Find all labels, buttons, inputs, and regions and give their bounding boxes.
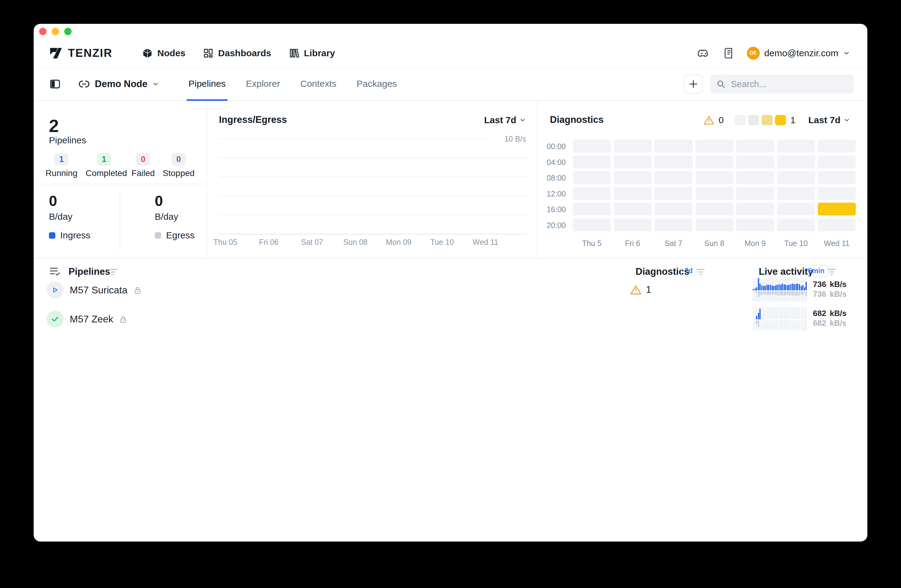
pipeline-row[interactable]: M57 Zeek682kB/s682kB/s <box>34 305 867 333</box>
heatmap-cell[interactable] <box>614 203 652 215</box>
heatmap-cell[interactable] <box>573 156 611 168</box>
avatar: DE <box>747 47 760 60</box>
heatmap-cell[interactable] <box>695 203 733 215</box>
heatmap-cell[interactable] <box>614 171 652 184</box>
filter-icon[interactable] <box>827 268 837 277</box>
heatmap-cell[interactable] <box>614 219 652 231</box>
tab-pipelines[interactable]: Pipelines <box>187 68 228 101</box>
heatmap-cell[interactable] <box>818 140 856 152</box>
search-icon <box>716 79 725 89</box>
heatmap-cell[interactable] <box>614 140 652 152</box>
heatmap-cell[interactable] <box>655 171 692 184</box>
heatmap-cell[interactable] <box>655 140 692 152</box>
heatmap-cell[interactable] <box>777 140 815 152</box>
minimize-window-button[interactable] <box>52 28 59 35</box>
heatmap-cell[interactable] <box>573 140 611 152</box>
heatmap-cell[interactable] <box>818 203 856 215</box>
nav-item-dashboards[interactable]: Dashboards <box>203 47 271 59</box>
heatmap-cell[interactable] <box>777 187 815 200</box>
heatmap-cell[interactable] <box>573 219 611 231</box>
nav-item-label: Dashboards <box>218 48 271 58</box>
sparkline-egress <box>753 320 808 331</box>
ingress-legend-label: Ingress <box>60 230 90 241</box>
tenzir-logo[interactable]: TENZIR <box>49 47 112 60</box>
pipelines-total-label: Pipelines <box>49 135 86 145</box>
heatmap-cell[interactable] <box>818 187 856 200</box>
chart-x-axis <box>219 234 527 235</box>
chart-gridline <box>219 176 527 177</box>
status-count-label: Failed <box>125 168 162 178</box>
chevron-down-icon <box>843 50 850 57</box>
top-navigation-row: TENZIR NodesDashboardsLibrary DE demo@te… <box>49 40 850 67</box>
filter-icon[interactable] <box>108 268 118 277</box>
tab-packages[interactable]: Packages <box>355 68 399 101</box>
tab-explorer[interactable]: Explorer <box>244 68 282 101</box>
heatmap-cell[interactable] <box>818 171 856 184</box>
close-window-button[interactable] <box>39 28 47 35</box>
egress-legend-label: Egress <box>166 230 195 241</box>
heatmap-cell[interactable] <box>695 171 733 184</box>
heatmap-cell[interactable] <box>736 171 774 184</box>
heatmap-cell[interactable] <box>655 156 692 168</box>
chart-title: Ingress/Egress <box>219 114 287 125</box>
heatmap-cell[interactable] <box>695 140 733 152</box>
heatmap-cell[interactable] <box>695 187 733 200</box>
heatmap-cell[interactable] <box>695 219 733 231</box>
node-selector[interactable]: Demo Node <box>78 79 159 90</box>
nav-item-label: Nodes <box>157 48 186 58</box>
heatmap-cell[interactable] <box>777 156 815 168</box>
heatmap-cell[interactable] <box>777 203 815 215</box>
heatmap-time-label: 08:00 <box>543 174 566 182</box>
nav-items: NodesDashboardsLibrary <box>142 47 335 59</box>
discord-icon[interactable] <box>697 48 710 58</box>
status-count-value: 0 <box>171 153 186 166</box>
rate-unit: kB/s <box>830 279 846 289</box>
chart-range-selector[interactable]: Last 7d <box>484 115 526 125</box>
heatmap-cell[interactable] <box>818 156 856 168</box>
heatmap-cell[interactable] <box>655 219 692 231</box>
add-pipeline-button[interactable] <box>684 75 703 93</box>
heatmap-cell[interactable] <box>573 187 611 200</box>
heatmap-cell[interactable] <box>695 156 733 168</box>
heatmap-cell[interactable] <box>736 140 774 152</box>
tab-contexts[interactable]: Contexts <box>298 68 338 101</box>
zoom-window-button[interactable] <box>64 28 72 35</box>
check-icon <box>50 314 60 324</box>
live-activity-window-badge[interactable]: 5min <box>804 265 828 277</box>
heatmap-cell[interactable] <box>573 171 611 184</box>
status-count-label: Completed <box>86 168 122 178</box>
divider <box>34 184 207 184</box>
heatmap-scale-swatch <box>748 115 759 125</box>
nav-item-nodes[interactable]: Nodes <box>142 47 186 59</box>
heatmap-cell[interactable] <box>736 219 774 231</box>
heatmap-cell[interactable] <box>614 187 652 200</box>
heatmap-cell[interactable] <box>736 187 774 200</box>
diagnostics-window-badge[interactable]: 7d <box>681 265 697 277</box>
nav-item-library[interactable]: Library <box>289 47 335 59</box>
pipeline-row[interactable]: M57 Suricata1736kB/s736kB/s <box>34 276 867 304</box>
heatmap-cell[interactable] <box>655 203 692 215</box>
docs-icon[interactable] <box>723 47 734 59</box>
heatmap-scale <box>735 115 786 125</box>
filter-icon[interactable] <box>695 268 706 277</box>
heatmap-cell[interactable] <box>777 219 815 231</box>
heatmap-cell[interactable] <box>777 171 815 184</box>
status-count-value: 1 <box>97 153 111 166</box>
heatmap-cell[interactable] <box>736 156 774 168</box>
diagnostics-range-selector[interactable]: Last 7d <box>808 115 850 125</box>
heatmap-cell[interactable] <box>736 203 774 215</box>
heatmap-cell[interactable] <box>818 219 856 231</box>
heatmap-cell[interactable] <box>573 203 611 215</box>
egress-rate-value: 682 <box>813 318 826 328</box>
live-activity-sparkline <box>753 307 808 331</box>
heatmap-cell[interactable] <box>614 156 652 168</box>
toolbar-right <box>684 75 854 93</box>
chart-gridline <box>219 215 527 215</box>
search-input[interactable] <box>731 79 848 89</box>
pipeline-stats-panel: 2 Pipelines 1Running1Completed0Failed0St… <box>34 101 207 258</box>
sidebar-toggle-icon[interactable] <box>49 78 61 90</box>
heatmap-cell[interactable] <box>655 187 692 200</box>
x-axis-tick-label: Wed 11 <box>464 238 507 247</box>
sparkline-ingress <box>753 307 808 319</box>
user-menu[interactable]: DE demo@tenzir.com <box>747 47 850 60</box>
